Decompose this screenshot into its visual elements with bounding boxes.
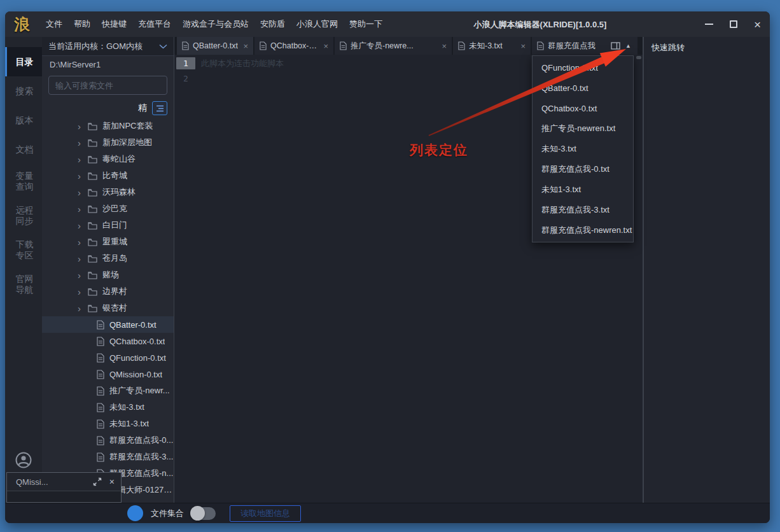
chevron-right-icon[interactable]: › <box>78 286 88 297</box>
tree-folder-row[interactable]: › 盟重城 <box>42 234 174 250</box>
chevron-right-icon[interactable]: › <box>78 303 88 314</box>
popup-title: QMissi... <box>16 477 85 487</box>
chevron-right-icon[interactable]: › <box>78 154 88 165</box>
sidebar-item[interactable]: 搜索 <box>5 76 42 106</box>
tab-qchatbox[interactable]: QChatbox-0.txt × <box>254 37 333 55</box>
popup-title-bar[interactable]: QMissi... × <box>7 473 121 491</box>
line-number-current: 1 <box>176 57 195 69</box>
chevron-right-icon[interactable]: › <box>78 137 88 148</box>
folder-name: 白日门 <box>102 220 127 231</box>
dropdown-item[interactable]: 未知-3.txt <box>533 139 633 159</box>
tree-folder-row[interactable]: › 赌场 <box>42 267 174 283</box>
minimize-button[interactable] <box>705 24 713 25</box>
tab-qbatter[interactable]: QBatter-0.txt × <box>177 37 253 55</box>
tab-list-dropdown-trigger[interactable]: ▲ <box>624 40 632 52</box>
tree-file-row[interactable]: QMission-0.txt <box>42 366 174 382</box>
search-input[interactable] <box>48 76 167 95</box>
chevron-right-icon[interactable]: › <box>78 171 88 181</box>
tree-file-row[interactable]: QFunction-0.txt <box>42 349 174 366</box>
kernel-selector[interactable]: 当前适用内核：GOM内核 <box>42 37 174 56</box>
dropdown-item[interactable]: 群服充值点我-newren.txt <box>533 220 633 241</box>
sidebar-item[interactable]: 版本 <box>5 106 42 135</box>
menu-item[interactable]: 小浪人官网 <box>291 15 344 33</box>
expand-icon[interactable] <box>93 477 102 486</box>
tree-folder-row[interactable]: › 白日门 <box>42 217 174 234</box>
chevron-right-icon[interactable]: › <box>78 270 88 281</box>
toggle-off-switch[interactable] <box>192 507 216 520</box>
tree-folder-row[interactable]: › 新加NPC套装 <box>42 118 174 134</box>
menu-item[interactable]: 游戏盒子与会员站 <box>177 15 254 33</box>
account-icon[interactable] <box>15 452 32 468</box>
toggle-on-switch[interactable] <box>127 505 143 521</box>
folder-icon <box>88 155 97 164</box>
tree-file-row[interactable]: 群服充值点我-3... <box>42 449 174 465</box>
maximize-button[interactable] <box>730 20 737 28</box>
tree-folder-row[interactable]: › 比奇城 <box>42 167 174 184</box>
activity-sidebar: 目录 搜索 版本 文档 变量 查询 远程 同步 下载 专区 官网 导航 <box>5 37 42 503</box>
chevron-right-icon[interactable]: › <box>78 220 88 231</box>
file-tree: › 新加NPC套装 › <box>42 118 174 503</box>
split-view-icon[interactable] <box>611 42 620 50</box>
menu-item[interactable]: 帮助 <box>68 15 96 33</box>
file-name: QMission-0.txt <box>109 370 162 379</box>
file-icon <box>340 41 347 50</box>
tree-file-row[interactable]: 未知1-3.txt <box>42 416 174 432</box>
tab-close-icon[interactable]: × <box>520 41 526 51</box>
dropdown-item[interactable]: QChatbox-0.txt <box>533 98 633 118</box>
tree-file-row[interactable]: QBatter-0.txt <box>42 316 174 333</box>
chevron-right-icon[interactable]: › <box>78 121 88 132</box>
tab-weizhi3[interactable]: 未知-3.txt × <box>453 37 531 55</box>
file-icon <box>537 41 544 50</box>
popup-close-icon[interactable]: × <box>109 477 115 487</box>
folder-icon <box>88 304 97 312</box>
folder-name: 新加NPC套装 <box>102 120 153 132</box>
dropdown-item[interactable]: QFunction-0.txt <box>533 57 633 78</box>
file-explorer-panel: 当前适用内核：GOM内核 D:\MirServer1 精 <box>42 37 174 503</box>
dropdown-item[interactable]: 群服充值点我-0.txt <box>533 159 633 179</box>
tree-file-row[interactable]: 群服充值点我-0... <box>42 432 174 449</box>
menu-item[interactable]: 快捷键 <box>96 15 132 33</box>
menu-item[interactable]: 安防盾 <box>254 15 291 33</box>
list-filter-button[interactable] <box>152 101 167 115</box>
menu-item[interactable]: 赞助一下 <box>344 15 388 33</box>
tree-file-row[interactable]: 未知-3.txt <box>42 399 174 416</box>
sidebar-item[interactable]: 下载 专区 <box>5 233 42 267</box>
chevron-right-icon[interactable]: › <box>78 204 88 214</box>
tree-file-row[interactable]: QChatbox-0.txt <box>42 333 174 349</box>
tree-folder-row[interactable]: › 新加深层地图 <box>42 134 174 151</box>
chevron-right-icon[interactable]: › <box>78 237 88 248</box>
tree-folder-row[interactable]: › 沃玛森林 <box>42 184 174 200</box>
folder-icon <box>88 122 97 130</box>
tree-folder-row[interactable]: › 银杏村 <box>42 300 174 316</box>
tree-file-row[interactable]: 推广专员-newr... <box>42 382 174 399</box>
menu-item[interactable]: 充值平台 <box>132 15 177 33</box>
dropdown-item[interactable]: 未知1-3.txt <box>533 179 633 200</box>
chevron-right-icon[interactable]: › <box>78 187 88 198</box>
folder-icon <box>88 238 97 246</box>
tree-folder-row[interactable]: › 苍月岛 <box>42 250 174 267</box>
chevron-down-icon <box>159 44 167 49</box>
tree-folder-row[interactable]: › 毒蛇山谷 <box>42 151 174 167</box>
close-button[interactable]: × <box>754 18 761 31</box>
sidebar-item[interactable]: 远程 同步 <box>5 199 42 233</box>
tree-folder-row[interactable]: › 边界村 <box>42 283 174 300</box>
tab-close-icon[interactable]: × <box>442 41 447 51</box>
dropdown-item[interactable]: 推广专员-newren.txt <box>533 118 633 139</box>
dropdown-item[interactable]: 群服充值点我-3.txt <box>533 200 633 220</box>
tab-tuiguang[interactable]: 推广专员-newre... × <box>335 37 452 55</box>
tab-close-icon[interactable]: × <box>323 41 328 51</box>
sidebar-item[interactable]: 变量 查询 <box>5 164 42 199</box>
sidebar-item[interactable]: 官网 导航 <box>5 267 42 302</box>
read-map-button[interactable]: 读取地图信息 <box>230 505 301 522</box>
menu-item[interactable]: 文件 <box>40 15 68 33</box>
file-name: QFunction-0.txt <box>109 353 166 363</box>
editor-scrollbar-thumb[interactable] <box>636 56 641 59</box>
tab-close-icon[interactable]: × <box>243 41 248 51</box>
kernel-label: 当前适用内核：GOM内核 <box>48 41 143 52</box>
sidebar-item[interactable]: 文档 <box>5 135 42 164</box>
sidebar-item[interactable]: 目录 <box>5 47 42 76</box>
tab-qunfu[interactable]: 群服充值点我 ▲ <box>532 37 637 55</box>
chevron-right-icon[interactable]: › <box>78 253 88 264</box>
dropdown-item[interactable]: QBatter-0.txt <box>533 78 633 98</box>
tree-folder-row[interactable]: › 沙巴克 <box>42 200 174 217</box>
